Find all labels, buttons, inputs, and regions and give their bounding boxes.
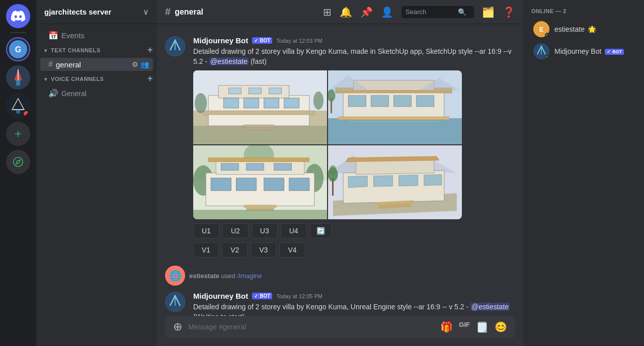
message-text-1: Detailed drawing of 2 storey villa by Ke… [193,47,515,66]
estiestate-badge: 🌟 [588,25,596,33]
image-cell-1[interactable] [193,70,327,144]
message-input[interactable] [188,323,434,331]
channel-list: 📅 Events ▾ TEXT CHANNELS + # general ⚙ 👥… [36,24,157,346]
message-content-2: Midjourney Bot ✓ BOT Today at 12:05 PM D… [193,292,515,316]
add-server-button[interactable]: + [6,122,30,146]
system-message-1: 🌐 estiestate used /imagine [157,262,523,288]
svg-rect-29 [246,127,271,130]
v1-button[interactable]: V1 [193,242,219,257]
events-icon: 📅 [48,31,58,40]
search-box[interactable]: 🔍 [401,6,474,18]
emoji-icon[interactable]: 😊 [495,321,507,333]
avatar-mj-1 [165,36,185,56]
channel-members-icon[interactable]: 👥 [140,60,149,68]
svg-rect-63 [193,210,327,219]
v3-button[interactable]: V3 [251,242,276,257]
svg-rect-38 [371,96,388,107]
svg-marker-72 [373,176,392,187]
action-buttons-row2: V1 V2 V3 V4 [193,242,515,257]
imagine-command[interactable]: /imagine [237,272,262,280]
v2-button[interactable]: V2 [222,242,248,257]
voice-channels-chevron: ▾ [44,76,47,82]
server-header[interactable]: gjarchitects server ∨ [36,0,157,24]
main-header: # general ⊞ 🔔 📌 👤 🔍 🗂️ ❓ [157,0,523,24]
channel-header-info: # general [165,6,319,18]
notifications-icon[interactable]: 🔔 [340,6,352,18]
voice-channels-header[interactable]: ▾ VOICE CHANNELS + [36,71,157,86]
inbox-icon[interactable]: 🗂️ [482,6,495,18]
server-icon-gjarchitects[interactable]: G [6,37,30,61]
discord-home-icon[interactable] [6,4,30,28]
voice-channel-general[interactable]: 🔊 General [40,86,153,100]
members-icon[interactable]: 👤 [381,6,393,18]
online-header: ONLINE — 2 [531,8,636,14]
channel-action-icons: ⚙ 👥 [132,60,149,68]
bot-badge-2: ✓ BOT [252,293,272,299]
u1-button[interactable]: U1 [193,223,219,238]
header-hash-icon: # [165,6,171,18]
image-cell-3[interactable] [193,145,327,219]
u3-button[interactable]: U3 [252,223,278,238]
message-header-2: Midjourney Bot ✓ BOT Today at 12:05 PM [193,292,515,300]
u4-button[interactable]: U4 [281,223,307,238]
channel-general-name: general [56,60,129,69]
add-text-channel-button[interactable]: + [147,45,153,55]
image-grid-1 [193,70,462,219]
svg-rect-55 [236,178,256,191]
help-icon[interactable]: ❓ [503,6,515,18]
system-author: estiestate [189,272,219,280]
svg-rect-59 [246,163,264,170]
search-input[interactable] [406,8,456,16]
action-buttons-row1: U1 U2 U3 U4 🔄 [193,223,515,238]
user-settings-icon[interactable]: ⚙ [132,60,138,68]
svg-rect-19 [244,98,259,108]
svg-point-7 [16,110,20,114]
svg-text:G: G [15,45,21,54]
add-voice-channel-button[interactable]: + [147,73,153,84]
system-text: estiestate used /imagine [189,272,262,280]
message-content-1: Midjourney Bot ✓ BOT Today at 12:03 PM D… [193,36,515,257]
member-item-estiestate[interactable]: E estiestate 🌟 [531,18,636,40]
server-icon-3[interactable] [6,94,30,118]
u2-button[interactable]: U2 [222,223,249,238]
svg-rect-41 [338,117,449,120]
message-group-1: Midjourney Bot ✓ BOT Today at 12:03 PM D… [157,32,523,262]
message-header-1: Midjourney Bot ✓ BOT Today at 12:03 PM [193,36,515,45]
right-sidebar: ONLINE — 2 E estiestate 🌟 Midjourney Bot [523,0,644,346]
svg-point-79 [330,165,337,176]
svg-rect-22 [228,88,241,94]
refresh-button[interactable]: 🔄 [310,223,332,238]
server-sidebar: G + [0,0,36,346]
events-label: Events [61,31,149,40]
member-item-midjourney[interactable]: Midjourney Bot ✓ BOT [531,40,636,62]
gif-button[interactable]: GIF [459,321,470,333]
events-item[interactable]: 📅 Events [40,29,153,42]
svg-rect-23 [249,88,261,94]
message-input-box: ⊕ 🎁 GIF 🗒️ 😊 [165,316,515,338]
header-actions: ⊞ 🔔 📌 👤 🔍 🗂️ ❓ [323,6,515,18]
speaker-icon: 🔊 [48,89,58,98]
server-icon-2[interactable] [6,65,30,90]
hash-icon: # [48,60,53,69]
timestamp-1: Today at 12:03 PM [276,38,323,44]
gift-icon[interactable]: 🎁 [440,321,453,333]
member-name-midjourney: Midjourney Bot ✓ BOT [554,47,624,55]
message-group-2: Midjourney Bot ✓ BOT Today at 12:05 PM D… [157,288,523,316]
hashtag-header-icon[interactable]: ⊞ [323,6,332,18]
header-channel-name: general [175,8,203,17]
online-indicator-estiestate [545,33,549,37]
author-name-1: Midjourney Bot [193,36,248,45]
svg-point-26 [313,92,324,110]
image-cell-2[interactable] [328,70,462,144]
add-attachment-button[interactable]: ⊕ [173,320,182,333]
timestamp-2: Today at 12:05 PM [276,293,323,299]
v4-button[interactable]: V4 [279,242,305,257]
pinned-icon[interactable]: 📌 [360,6,373,18]
image-cell-4[interactable] [328,145,462,219]
sticker-icon[interactable]: 🗒️ [476,321,489,333]
server-divider [10,32,26,33]
notification-badge [22,110,30,118]
discover-servers-button[interactable] [6,150,30,174]
text-channels-header[interactable]: ▾ TEXT CHANNELS + [36,43,157,57]
channel-item-general[interactable]: # general ⚙ 👥 [40,58,153,71]
